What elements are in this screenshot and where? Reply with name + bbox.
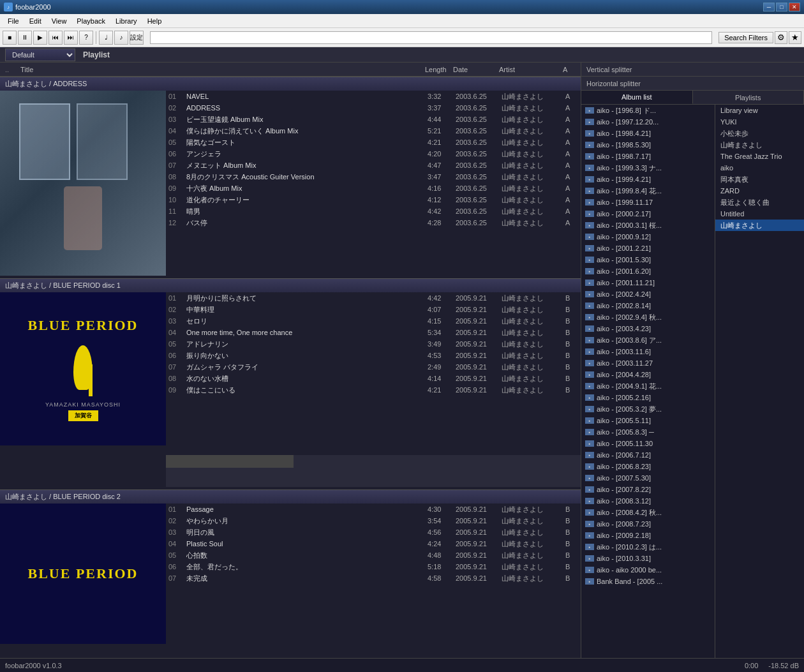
menu-item-view[interactable]: View [47, 16, 72, 26]
playlist-item[interactable]: Library view [715, 105, 804, 116]
album-list-item[interactable]: ▪aiko - [1998.4.21] [581, 128, 715, 139]
menu-item-edit[interactable]: Edit [24, 16, 47, 26]
track-row[interactable]: 07 未完成 4:58 2005.9.21 山崎まさよし B [166, 572, 581, 584]
stop-button[interactable]: ■ [3, 31, 17, 45]
playlist-item[interactable]: Untitled [715, 208, 804, 220]
star-btn[interactable]: ★ [789, 31, 801, 44]
album-list-item[interactable]: ▪aiko - [2005.3.2] 夢... [581, 403, 715, 415]
album-list-item[interactable]: ▪aiko - aiko 2000 be... [581, 564, 715, 576]
track-row[interactable]: 12 バス停 4:28 2003.6.25 山崎まさよし A [166, 217, 581, 228]
col-date[interactable]: Date [450, 66, 496, 73]
search-filters-button[interactable]: Search Filters [718, 32, 773, 43]
album-list-item[interactable]: ▪aiko - [2006.8.23] [581, 461, 715, 472]
album-list-item[interactable]: ▪aiko - [2006.7.12] [581, 449, 715, 461]
pause-button[interactable]: ⏸ [18, 31, 32, 45]
album-list-item[interactable]: ▪aiko - [2008.4.2] 秋... [581, 507, 715, 518]
track-row[interactable]: 09 十六夜 Album Mix 4:16 2003.6.25 山崎まさよし A [166, 183, 581, 194]
track-row[interactable]: 02 ADDRESS 3:37 2003.6.25 山崎まさよし A [166, 102, 581, 114]
album-list-item[interactable]: ▪aiko - [1999.4.21] [581, 174, 715, 185]
album-list-item[interactable]: ▪aiko - [1998.7.17] [581, 151, 715, 162]
playlist-item[interactable]: 山崎まさよし [715, 220, 804, 231]
album-list-item[interactable]: ▪aiko - [2007.8.22] [581, 484, 715, 495]
track-row[interactable]: 03 セロリ 4:15 2005.9.21 山崎まさよし B [166, 315, 581, 327]
album-list-item[interactable]: ▪aiko - [1997.12.20... [581, 116, 715, 128]
track-row[interactable]: 06 アンジェラ 4:20 2003.6.25 山崎まさよし A [166, 148, 581, 160]
album-list-item[interactable]: ▪aiko - [2010.2.3] は... [581, 541, 715, 553]
playlist-item[interactable]: 小松未歩 [715, 128, 804, 139]
album-list-item[interactable]: ▪aiko - [2005.8.3] ─ [581, 426, 715, 438]
album-list-item[interactable]: ▪aiko - [2003.8.6] ア... [581, 334, 715, 346]
music-button[interactable]: ♪ [114, 31, 128, 45]
track-row[interactable]: 01 Passage 4:30 2005.9.21 山崎まさよし B [166, 504, 581, 515]
track-row[interactable]: 07 メヌエット Album Mix 4:47 2003.6.25 山崎まさよし… [166, 160, 581, 171]
prev-button[interactable]: ⏮ [48, 31, 63, 45]
track-row[interactable]: 03 ビー玉望遠鏡 Album Mix 4:44 2003.6.25 山崎まさよ… [166, 114, 581, 125]
next-button[interactable]: ⏭ [64, 31, 78, 45]
album-list-item[interactable]: ▪aiko - [2003.4.23] [581, 323, 715, 334]
album-list-item[interactable]: ▪aiko - [2001.5.30] [581, 254, 715, 265]
album-list-item[interactable]: ▪aiko - [2005.5.11] [581, 415, 715, 426]
album-list-item[interactable]: ▪aiko - [2004.9.1] 花... [581, 380, 715, 392]
track-row[interactable]: 02 中華料理 4:07 2005.9.21 山崎まさよし B [166, 304, 581, 315]
album-list-item[interactable]: ▪aiko - [2003.11.6] [581, 346, 715, 357]
album-list-item[interactable]: ▪aiko - [2003.11.27 [581, 357, 715, 369]
track-row[interactable]: 09 僕はここにいる 4:21 2005.9.21 山崎まさよし B [166, 384, 581, 396]
track-row[interactable]: 03 明日の風 4:56 2005.9.21 山崎まさよし B [166, 526, 581, 538]
menu-item-help[interactable]: Help [142, 16, 167, 26]
track-row[interactable]: 05 心拍数 4:48 2005.9.21 山崎まさよし B [166, 549, 581, 561]
tab-album-list[interactable]: Album list [581, 91, 693, 104]
track-row[interactable]: 05 アドレナリン 3:49 2005.9.21 山崎まさよし B [166, 338, 581, 350]
album-list-item[interactable]: ▪aiko - [2005.11.30 [581, 438, 715, 449]
open-button[interactable]: ? [79, 31, 93, 45]
album-list-item[interactable]: ▪aiko - [2001.6.20] [581, 265, 715, 277]
track-row[interactable]: 11 晴男 4:42 2003.6.25 山崎まさよし A [166, 205, 581, 217]
album-list-item[interactable]: ▪aiko - [2007.5.30] [581, 472, 715, 484]
close-button[interactable]: ✕ [789, 3, 800, 11]
vertical-splitter[interactable]: Vertical splitter [581, 63, 804, 77]
track-row[interactable]: 08 水のない水槽 4:14 2005.9.21 山崎まさよし B [166, 373, 581, 384]
play-button[interactable]: ▶ [33, 31, 47, 45]
track-row[interactable]: 04 One more time, One more chance 5:34 2… [166, 327, 581, 338]
menu-item-library[interactable]: Library [110, 16, 142, 26]
col-length[interactable]: Length [422, 66, 450, 73]
album-list-item[interactable]: ▪aiko - [2004.4.28] [581, 369, 715, 380]
horizontal-splitter[interactable]: Horizontal splitter [581, 77, 804, 91]
menu-item-playback[interactable]: Playback [71, 16, 110, 26]
album-list-item[interactable]: ▪aiko - [2001.11.21] [581, 277, 715, 288]
playlist-item[interactable]: 山崎まさよし [715, 139, 804, 151]
album-list-item[interactable]: ▪aiko - [2009.2.18] [581, 530, 715, 541]
search-input[interactable] [150, 31, 712, 44]
minimize-button[interactable]: ─ [763, 3, 775, 11]
maximize-button[interactable]: □ [776, 3, 787, 11]
col-extra[interactable]: A [560, 66, 573, 73]
playlist-item[interactable]: 最近よく聴く曲 [715, 197, 804, 208]
track-row[interactable]: 06 振り向かない 4:53 2005.9.21 山崎まさよし B [166, 350, 581, 361]
playlist-item[interactable]: YUKI [715, 116, 804, 128]
playlist-item[interactable]: 岡本真夜 [715, 174, 804, 185]
track-row[interactable]: 07 ガムシャラ バタフライ 2:49 2005.9.21 山崎まさよし B [166, 361, 581, 373]
playlist-item[interactable]: aiko [715, 162, 804, 174]
album-list-item[interactable]: ▪aiko - [2005.2.16] [581, 392, 715, 403]
album-list-item[interactable]: ▪aiko - [1999.8.4] 花... [581, 185, 715, 197]
track-row[interactable]: 08 8月のクリスマス Acoustic Guiter Version 3:47… [166, 171, 581, 183]
album-list-item[interactable]: ▪aiko - [2000.9.12] [581, 231, 715, 243]
col-dot[interactable]: .. [3, 66, 18, 73]
track-row[interactable]: 01 月明かりに照らされて 4:42 2005.9.21 山崎まさよし B [166, 292, 581, 304]
album-list-item[interactable]: ▪aiko - [2008.3.12] [581, 495, 715, 507]
track-row[interactable]: 10 道化者のチャーリー 4:12 2003.6.25 山崎まさよし A [166, 194, 581, 205]
album-list-item[interactable]: ▪aiko - [1999.11.17 [581, 197, 715, 208]
track-row[interactable]: 05 陽気なゴースト 4:21 2003.6.25 山崎まさよし A [166, 137, 581, 148]
album-list-item[interactable]: ▪aiko - [2002.8.14] [581, 300, 715, 311]
album-list-item[interactable]: ▪Bank Band - [2005 ... [581, 576, 715, 587]
album-list-item[interactable]: ▪aiko - [2001.2.21] [581, 243, 715, 254]
playlist-item[interactable]: ZARD [715, 185, 804, 197]
playlist-dropdown[interactable]: Default [5, 49, 75, 61]
settings-button[interactable]: 設定 [130, 31, 144, 45]
album-list-item[interactable]: ▪aiko - [1996.8] ド... [581, 105, 715, 116]
track-row[interactable]: 01 NAVEL 3:32 2003.6.25 山崎まさよし A [166, 91, 581, 102]
menu-item-file[interactable]: File [3, 16, 24, 26]
track-row[interactable]: 04 Plastic Soul 4:24 2005.9.21 山崎まさよし B [166, 538, 581, 549]
album-list-item[interactable]: ▪aiko - [1999.3.3] ナ... [581, 162, 715, 174]
album-list-item[interactable]: ▪aiko - [2008.7.23] [581, 518, 715, 530]
track-row[interactable]: 04 僕らは静かに消えていく Album Mix 5:21 2003.6.25 … [166, 125, 581, 137]
